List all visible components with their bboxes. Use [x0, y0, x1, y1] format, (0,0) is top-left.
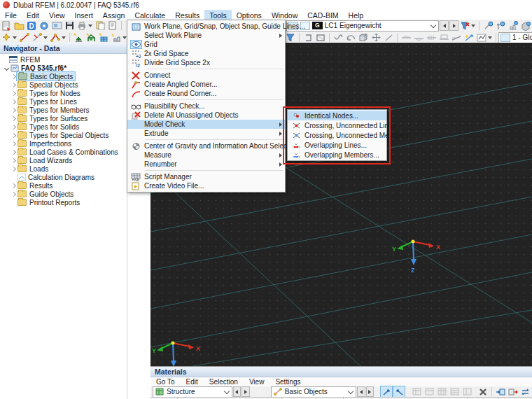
- isometric-view-icon[interactable]: [358, 32, 369, 43]
- expand-icon[interactable]: [10, 167, 17, 171]
- clipping-box-icon[interactable]: [302, 32, 314, 43]
- generate-structure-button[interactable]: [73, 32, 84, 43]
- submenu-item-crossing-unconnected-lines[interactable]: Crossing, Unconnected Lines: [288, 120, 386, 130]
- previous-load-case-button[interactable]: [440, 20, 449, 31]
- menu-calculate[interactable]: Calculate: [130, 10, 170, 20]
- menu-item-model-check[interactable]: Model Check: [127, 120, 285, 129]
- menu-item-2x-grid-space[interactable]: +2 2x Grid Space: [127, 49, 285, 58]
- tree-item-guide-objects[interactable]: Guide Objects: [0, 190, 127, 198]
- menu-help[interactable]: Help: [344, 10, 369, 20]
- tree-item-results[interactable]: Results: [0, 181, 127, 190]
- expand-icon[interactable]: [10, 75, 17, 78]
- table-group-dropdown-icon[interactable]: [223, 388, 229, 393]
- menu-item-select-work-plane[interactable]: Select Work Plane: [127, 31, 285, 40]
- tree-item-types-for-solids[interactable]: Types for Solids: [0, 122, 127, 131]
- previous-table-group-button[interactable]: [233, 386, 241, 397]
- submenu-item-overlapping-members[interactable]: Overlapping Members...: [288, 150, 386, 160]
- tree-item-types-for-nodes[interactable]: Types for Nodes: [0, 89, 127, 97]
- panel-menu-edit[interactable]: Edit: [181, 378, 204, 386]
- result-diagram-3-icon[interactable]: [426, 32, 437, 43]
- previous-table-button[interactable]: [357, 386, 365, 397]
- expand-icon[interactable]: [10, 92, 17, 95]
- collapse-icon[interactable]: [3, 66, 10, 70]
- tree-item-basic-objects[interactable]: Basic Objects: [0, 72, 127, 80]
- generate-frame-button[interactable]: [85, 32, 97, 43]
- show-sections-icon[interactable]: [520, 20, 531, 31]
- submenu-item-identical-nodes[interactable]: Identical Nodes...: [288, 111, 386, 120]
- table-view-1-button[interactable]: [411, 386, 422, 398]
- tree-item-loads[interactable]: Loads: [0, 164, 127, 173]
- load-case-dropdown-icon[interactable]: [430, 22, 436, 27]
- panel-menu-view[interactable]: View: [244, 378, 270, 386]
- reset-view-icon[interactable]: [345, 32, 356, 43]
- import-table-button[interactable]: [495, 386, 506, 398]
- expand-icon[interactable]: [10, 108, 17, 112]
- deformation-icon[interactable]: [332, 32, 344, 43]
- generate-cells-button[interactable]: [98, 32, 109, 43]
- menu-item-create-video-file[interactable]: Create Video File...: [127, 181, 285, 190]
- table-category-dropdown-icon[interactable]: [348, 388, 354, 393]
- settings-button[interactable]: [38, 20, 50, 31]
- select-in-table-button[interactable]: [381, 386, 392, 398]
- menu-options[interactable]: Options: [232, 10, 267, 20]
- result-diagram-1-icon[interactable]: [400, 32, 412, 43]
- menu-item-script-manager[interactable]: HSB Script Manager: [127, 172, 285, 181]
- move-view-icon[interactable]: [370, 32, 382, 43]
- menu-insert[interactable]: Insert: [70, 10, 98, 20]
- navigator-header[interactable]: Navigator - Data: [0, 43, 127, 54]
- submenu-item-overlapping-lines[interactable]: Overlapping Lines...: [288, 140, 386, 150]
- new-member-dropdown[interactable]: [62, 36, 66, 39]
- show-results-icon[interactable]: [507, 20, 519, 31]
- tree-item-types-for-lines[interactable]: Types for Lines: [0, 97, 127, 106]
- tree-item-project[interactable]: FAQ 5345.rf6*: [0, 64, 127, 72]
- table-view-2-button[interactable]: [424, 386, 435, 398]
- next-table-button[interactable]: [366, 386, 374, 397]
- load-case-combobox[interactable]: G LC1 Eigengewicht: [286, 20, 439, 31]
- export-table-button[interactable]: [507, 386, 519, 398]
- tree-item-load-wizards[interactable]: Load Wizards: [0, 156, 127, 164]
- tree-item-printout-reports[interactable]: Printout Reports: [0, 198, 127, 206]
- new-node-dropdown[interactable]: [13, 36, 17, 39]
- filter-view-icon[interactable]: [285, 32, 296, 43]
- table-view-3-button[interactable]: [436, 386, 447, 398]
- next-load-case-button[interactable]: [449, 20, 458, 31]
- tree-item-types-for-members[interactable]: Types for Members: [0, 106, 127, 114]
- tree-item-types-for-special-objects[interactable]: Types for Special Objects: [0, 131, 127, 139]
- menu-cad-bim[interactable]: CAD-BIM: [302, 10, 343, 20]
- new-line-type-button[interactable]: [31, 32, 43, 43]
- print-preview-button[interactable]: [51, 20, 62, 31]
- result-diagram-2-icon[interactable]: [413, 32, 424, 43]
- section-plane-icon[interactable]: [315, 32, 326, 43]
- expand-icon[interactable]: [10, 134, 17, 137]
- print-button[interactable]: [76, 20, 88, 31]
- menu-item-plausibility-check[interactable]: Plausibility Check...: [127, 102, 285, 111]
- expand-icon[interactable]: [10, 117, 17, 120]
- panel-menu-selection[interactable]: Selection: [204, 378, 244, 386]
- tree-item-calculation-diagrams[interactable]: Calculation Diagrams: [0, 173, 127, 181]
- panel-menu-goto[interactable]: Go To: [150, 378, 181, 386]
- new-line-button[interactable]: [19, 32, 30, 43]
- expand-icon[interactable]: [10, 184, 17, 188]
- menu-item-delete-all-unassigned[interactable]: Delete All Unassigned Objects: [127, 111, 285, 120]
- table-view-4-button[interactable]: [449, 386, 460, 398]
- submenu-item-crossing-unconnected-members[interactable]: Crossing, Unconnected Members: [288, 130, 386, 140]
- menu-window[interactable]: Window: [267, 10, 302, 20]
- menu-assign[interactable]: Assign: [98, 10, 130, 20]
- next-table-group-button[interactable]: [241, 386, 249, 397]
- expand-icon[interactable]: [10, 142, 17, 146]
- filter-loads-dropdown[interactable]: [471, 24, 475, 27]
- zoom-line-icon[interactable]: [383, 32, 394, 43]
- chart-icon[interactable]: [476, 32, 487, 43]
- menu-results[interactable]: Results: [170, 10, 204, 20]
- show-loads-icon[interactable]: [482, 20, 493, 31]
- menu-edit[interactable]: Edit: [22, 10, 44, 20]
- select-in-model-button[interactable]: [393, 386, 405, 398]
- tree-item-types-for-surfaces[interactable]: Types for Surfaces: [0, 114, 127, 122]
- expand-icon[interactable]: [10, 83, 17, 87]
- result-diagram-4-icon[interactable]: [438, 32, 449, 43]
- table-category-combobox[interactable]: Basic Objects: [271, 386, 356, 398]
- open-model-button[interactable]: [13, 20, 24, 31]
- new-line-type-dropdown[interactable]: [43, 36, 48, 39]
- menu-item-connect[interactable]: Connect: [127, 71, 285, 80]
- tree-item-special-objects[interactable]: Special Objects: [0, 80, 127, 89]
